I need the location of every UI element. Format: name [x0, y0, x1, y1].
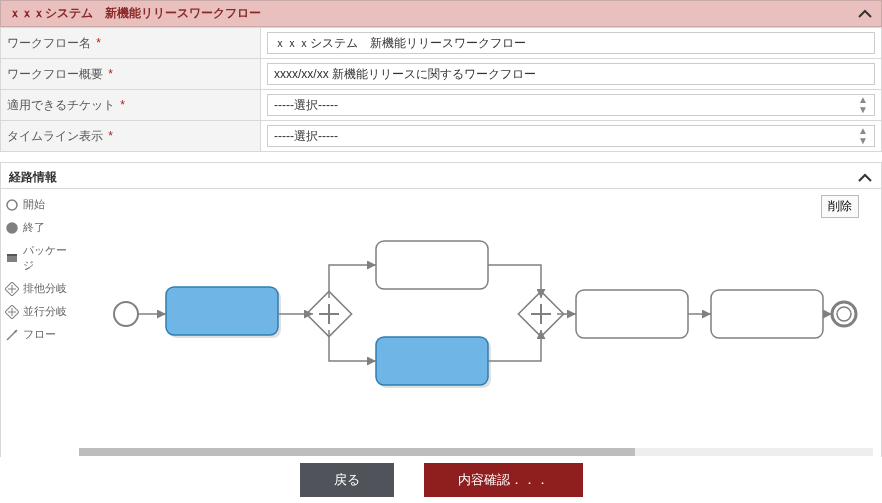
- task-node[interactable]: [576, 290, 688, 338]
- chevron-up-icon[interactable]: [857, 170, 873, 186]
- workflow-diagram[interactable]: [71, 189, 861, 459]
- form-label: タイムライン表示 *: [1, 121, 261, 152]
- parallel-icon: [5, 282, 19, 296]
- palette-inclusive[interactable]: 並行分岐: [3, 300, 69, 323]
- route-editor: 削除 開始終了パッケージ排他分岐並行分岐フロー: [0, 189, 882, 461]
- shape-palette: 開始終了パッケージ排他分岐並行分岐フロー: [1, 189, 71, 460]
- palette-flow[interactable]: フロー: [3, 323, 69, 346]
- workflow-title: ｘｘｘシステム 新機能リリースワークフロー: [9, 5, 261, 22]
- required-mark: *: [93, 36, 101, 50]
- end-event-node[interactable]: [832, 302, 856, 326]
- form-label: ワークフロー名 *: [1, 28, 261, 59]
- workflow-title-bar[interactable]: ｘｘｘシステム 新機能リリースワークフロー: [0, 0, 882, 27]
- task-node[interactable]: [711, 290, 823, 338]
- route-section-title: 経路情報: [9, 169, 57, 186]
- palette-end[interactable]: 終了: [3, 216, 69, 239]
- form-label: 適用できるチケット *: [1, 90, 261, 121]
- palette-label: 開始: [23, 197, 45, 212]
- start-event-node[interactable]: [114, 302, 138, 326]
- route-section-header[interactable]: 経路情報: [0, 162, 882, 189]
- flow-icon: [5, 328, 19, 342]
- select-value: -----選択-----: [274, 128, 338, 145]
- input-0[interactable]: [267, 32, 875, 54]
- package-icon: [5, 251, 19, 265]
- updown-icon: ▲▼: [858, 126, 868, 146]
- palette-label: フロー: [23, 327, 56, 342]
- sequence-flow[interactable]: [329, 330, 376, 361]
- required-mark: *: [117, 98, 125, 112]
- svg-point-0: [7, 200, 17, 210]
- task-node[interactable]: [166, 287, 278, 335]
- palette-package[interactable]: パッケージ: [3, 239, 69, 277]
- select-2[interactable]: -----選択-----▲▼: [267, 94, 875, 116]
- palette-label: 並行分岐: [23, 304, 67, 319]
- horizontal-scrollbar[interactable]: [79, 448, 873, 456]
- sequence-flow[interactable]: [329, 265, 376, 298]
- palette-label: パッケージ: [23, 243, 67, 273]
- inclusive-icon: [5, 305, 19, 319]
- palette-start[interactable]: 開始: [3, 193, 69, 216]
- workflow-form: ワークフロー名 *ワークフロー概要 *適用できるチケット *-----選択---…: [0, 27, 882, 152]
- updown-icon: ▲▼: [858, 95, 868, 115]
- form-label: ワークフロー概要 *: [1, 59, 261, 90]
- workflow-canvas[interactable]: [71, 189, 881, 460]
- svg-point-1: [7, 223, 17, 233]
- select-value: -----選択-----: [274, 97, 338, 114]
- confirm-button[interactable]: 内容確認．．．: [424, 463, 583, 497]
- back-button[interactable]: 戻る: [300, 463, 394, 497]
- task-node[interactable]: [376, 337, 488, 385]
- end-icon: [5, 221, 19, 235]
- required-mark: *: [105, 129, 113, 143]
- input-1[interactable]: [267, 63, 875, 85]
- palette-label: 終了: [23, 220, 45, 235]
- select-3[interactable]: -----選択-----▲▼: [267, 125, 875, 147]
- start-icon: [5, 198, 19, 212]
- required-mark: *: [105, 67, 113, 81]
- palette-label: 排他分岐: [23, 281, 67, 296]
- chevron-up-icon[interactable]: [857, 6, 873, 22]
- svg-rect-3: [7, 254, 17, 256]
- footer-bar: 戻る 内容確認．．．: [0, 457, 882, 503]
- sequence-flow[interactable]: [488, 265, 541, 298]
- sequence-flow[interactable]: [488, 330, 541, 361]
- palette-parallel[interactable]: 排他分岐: [3, 277, 69, 300]
- task-node[interactable]: [376, 241, 488, 289]
